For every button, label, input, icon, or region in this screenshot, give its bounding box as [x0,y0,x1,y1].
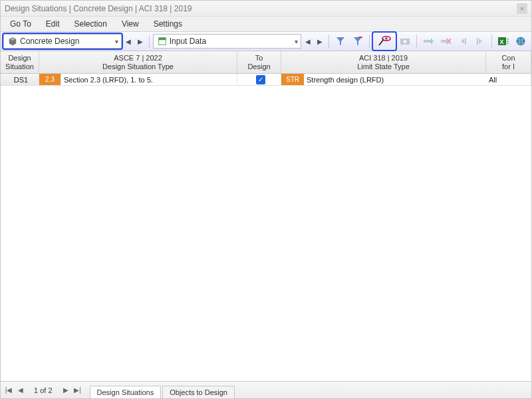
page-indicator: 1 of 2 [27,386,59,394]
eye-pointer-icon [377,35,392,47]
row-shift-right-tool[interactable] [472,33,488,49]
window-title: Design Situations | Concrete Design | AC… [5,4,192,13]
data-category-label: Input Data [170,37,206,46]
globe-icon [515,36,526,47]
page-prev[interactable]: ◀ [15,384,26,396]
svg-rect-9 [465,38,466,45]
page-last[interactable]: ▶| [72,384,83,396]
grid-body[interactable]: DS1 2.3 Section 2.3 (LRFD), 1. to 5. STR… [1,74,531,399]
filter-plus-icon [335,36,346,47]
arrow-left-bar-icon [458,36,468,47]
tab-design-situations[interactable]: Design Situations [90,386,162,398]
nav-prev-data[interactable]: ◀ [303,34,313,49]
toolbar: Concrete Design ▾ ◀ ▶ Input Data ▾ ◀ ▶ [1,31,531,51]
menu-goto[interactable]: Go To [3,18,38,30]
sheet-icon [158,37,167,46]
svg-rect-2 [358,37,362,38]
cube-icon [8,37,17,46]
screenshot-tool[interactable] [397,33,413,49]
design-module-label: Concrete Design [20,37,79,46]
delete-row-tool[interactable] [438,33,454,49]
svg-text:X: X [500,39,504,45]
statusbar: |◀ ◀ 1 of 2 ▶ ▶| Design Situations Objec… [1,381,531,398]
svg-rect-8 [441,40,448,43]
grid-header: Design Situation ASCE 7 | 2022 Design Si… [1,51,531,74]
filter-add-tool[interactable] [332,33,348,49]
row-shift-left-tool[interactable] [455,33,471,49]
menu-edit[interactable]: Edit [39,18,66,30]
excel-icon: X [497,36,509,47]
svg-rect-10 [477,38,478,45]
insert-row-tool[interactable] [420,33,436,49]
svg-point-13 [517,37,525,46]
close-button[interactable]: × [517,3,527,14]
titlebar: Design Situations | Concrete Design | AC… [1,1,531,17]
col-header-con[interactable]: Con for I [486,51,531,73]
data-category-combo[interactable]: Input Data ▾ [153,34,302,49]
svg-point-4 [386,37,388,39]
chevron-down-icon: ▾ [295,38,298,45]
col-header-limit-state[interactable]: ACI 318 | 2019 Limit State Type [281,51,486,73]
col-header-situation-type[interactable]: ASCE 7 | 2022 Design Situation Type [39,51,237,73]
menubar: Go To Edit Selection View Settings [1,17,531,31]
page-first[interactable]: |◀ [3,384,14,396]
con-cell[interactable]: All [486,74,531,85]
globe-tool[interactable] [513,33,529,49]
col-header-to-design[interactable]: To Design [237,51,281,73]
situation-code-badge: 2.3 [39,74,61,85]
limit-type-text[interactable]: Strength design (LRFD) [304,74,486,85]
limit-code-badge: STR [281,74,304,85]
menu-view[interactable]: View [115,18,146,30]
svg-point-6 [404,40,407,43]
camera-icon [400,36,410,47]
table-row[interactable]: DS1 2.3 Section 2.3 (LRFD), 1. to 5. STR… [1,74,531,86]
export-excel-tool[interactable]: X [495,33,511,49]
col-header-design-situation[interactable]: Design Situation [1,51,39,73]
arrow-right-bar-icon [475,36,485,47]
situation-type-text[interactable]: Section 2.3 (LRFD), 1. to 5. [61,74,237,85]
menu-selection[interactable]: Selection [68,18,114,30]
nav-next-module[interactable]: ▶ [135,34,146,49]
chevron-down-icon: ▾ [115,38,118,45]
row-ds-id: DS1 [1,74,39,85]
svg-rect-1 [158,38,166,41]
row-delete-icon [440,36,451,47]
nav-prev-module[interactable]: ◀ [123,34,134,49]
highlighted-view-tool[interactable] [373,33,396,50]
tab-objects-to-design[interactable]: Objects to Design [162,386,235,398]
to-design-checkbox[interactable] [256,75,265,84]
filter-minus-icon [352,36,363,47]
page-next[interactable]: ▶ [61,384,71,396]
filter-remove-tool[interactable] [350,33,366,49]
row-insert-icon [423,36,434,47]
design-module-combo[interactable]: Concrete Design ▾ [3,34,122,49]
to-design-cell[interactable] [237,74,281,85]
menu-settings[interactable]: Settings [147,18,189,30]
nav-next-data[interactable]: ▶ [315,34,325,49]
